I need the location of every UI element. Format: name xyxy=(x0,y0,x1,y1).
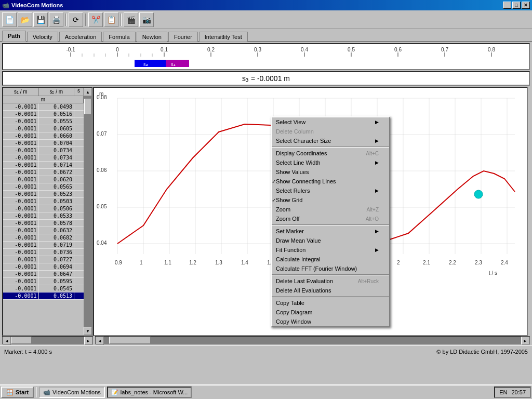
menu-set-marker[interactable]: Set Marker ▶ xyxy=(272,227,389,236)
table-row[interactable]: -0.0001 0.0660 xyxy=(3,132,84,140)
cut-button[interactable]: ✂️ xyxy=(88,12,103,27)
chart-hscrollbar[interactable]: ◄ ► xyxy=(95,336,530,344)
menu-copy-diagram[interactable]: Copy Diagram xyxy=(272,308,389,317)
table-row[interactable]: -0.0001 0.0595 xyxy=(3,278,84,285)
chart-area[interactable]: 0.08 0.07 0.06 0.05 0.04 m xyxy=(93,87,528,336)
table-row[interactable]: -0.0001 0.0498 xyxy=(3,103,84,111)
taskbar-word-label: labs_notes - Microsoft W... xyxy=(121,389,188,395)
close-button[interactable]: ✕ xyxy=(522,2,530,9)
table-row[interactable]: -0.0001 0.0523 xyxy=(3,191,84,198)
cell-s2: 0.0506 xyxy=(39,205,75,212)
paste-button[interactable]: 📋 xyxy=(104,12,118,27)
tab-velocity[interactable]: Velocity xyxy=(27,32,58,42)
menu-select-line-width[interactable]: Select Line Width ▶ xyxy=(272,158,389,167)
print-button[interactable]: 🖨️ xyxy=(49,12,63,27)
menu-zoom-off[interactable]: Zoom Off Alt+O xyxy=(272,214,389,223)
table-vscrollbar[interactable]: ▲ ▼ xyxy=(84,88,92,335)
minimize-button[interactable]: _ xyxy=(503,2,511,9)
table-scroll[interactable]: -0.0001 0.0498 -0.0001 0.0516 -0.0001 0.… xyxy=(3,103,84,335)
menu-delete-last-eval[interactable]: Delete Last Evaluation Alt+Ruck xyxy=(272,276,389,286)
table-row[interactable]: -0.0001 0.0714 xyxy=(3,162,84,169)
tab-intensity[interactable]: Intensitlity Test xyxy=(199,32,248,42)
table-row[interactable]: -0.0001 0.0704 xyxy=(3,140,84,147)
menu-show-connecting-lines[interactable]: Show Connecting Lines xyxy=(272,177,389,186)
chart-scroll-right-button[interactable]: ► xyxy=(521,337,529,345)
toolbar: 📄 📂 💾 🖨️ ⟳ ✂️ 📋 🎬 📷 xyxy=(0,10,532,29)
menu-delete-all-evals[interactable]: Delete All Evaluations xyxy=(272,286,389,295)
menu-draw-mean[interactable]: Draw Mean Value xyxy=(272,236,389,245)
menu-calculate-integral[interactable]: Calculate Integral xyxy=(272,255,389,264)
table-row[interactable]: -0.0001 0.0736 xyxy=(3,249,84,256)
table-row[interactable]: -0.0001 0.0545 xyxy=(3,285,84,292)
menu-delete-column[interactable]: Delete Column xyxy=(272,127,389,136)
menu-copy-window[interactable]: Copy Window xyxy=(272,317,389,326)
taskbar-item-word[interactable]: 📝 labs_notes - Microsoft W... xyxy=(107,387,192,398)
table-row[interactable]: -0.0001 0.0513 xyxy=(3,292,84,300)
table-row[interactable]: -0.0001 0.0727 xyxy=(3,256,84,263)
menu-fit-function[interactable]: Fit Function ▶ xyxy=(272,245,389,255)
h-scroll-track[interactable] xyxy=(11,337,84,344)
scroll-track[interactable] xyxy=(84,96,92,327)
table-row[interactable]: -0.0001 0.0565 xyxy=(3,183,84,191)
new-button[interactable]: 📄 xyxy=(2,12,17,27)
reset-button[interactable]: ⟳ xyxy=(69,12,83,27)
tab-path[interactable]: Path xyxy=(2,31,26,42)
cell-s xyxy=(74,249,84,256)
cell-s2: 0.0734 xyxy=(39,147,75,154)
h-scroll-thumb[interactable] xyxy=(11,337,32,344)
scroll-left-button[interactable]: ◄ xyxy=(3,337,11,345)
taskbar-item-videocom[interactable]: 📹 VideoCom Motions xyxy=(39,387,105,398)
table-row[interactable]: -0.0001 0.0694 xyxy=(3,263,84,271)
video-button[interactable]: 🎬 xyxy=(124,12,138,27)
start-button[interactable]: 🪟 Start xyxy=(1,387,34,398)
table-row[interactable]: -0.0001 0.0555 xyxy=(3,118,84,125)
menu-select-rulers[interactable]: Select Rulers ▶ xyxy=(272,186,389,195)
menu-show-values[interactable]: Show Values xyxy=(272,167,389,177)
scroll-down-button[interactable]: ▼ xyxy=(84,327,92,335)
scroll-right-button[interactable]: ► xyxy=(84,337,92,345)
language-indicator: EN xyxy=(499,389,507,395)
table-row[interactable]: -0.0001 0.0719 xyxy=(3,242,84,249)
table-row[interactable]: -0.0001 0.0647 xyxy=(3,271,84,278)
chart-h-scroll-thumb[interactable] xyxy=(109,337,151,344)
scroll-up-button[interactable]: ▲ xyxy=(84,88,92,96)
table-row[interactable]: -0.0001 0.0503 xyxy=(3,198,84,205)
menu-show-grid[interactable]: Show Grid xyxy=(272,195,389,205)
svg-text:0.4: 0.4 xyxy=(301,47,308,52)
menu-select-char-size[interactable]: Select Character Size ▶ xyxy=(272,136,389,145)
cell-s1: -0.0001 xyxy=(3,256,39,263)
ruler-container: -0.1 0 0.1 0.2 0.3 0.4 0.5 0.6 0.7 0.8 s… xyxy=(2,43,530,70)
chart-h-scroll-track[interactable] xyxy=(104,337,521,344)
table-row[interactable]: -0.0001 0.0506 xyxy=(3,205,84,212)
table-row[interactable]: -0.0001 0.0672 xyxy=(3,169,84,176)
table-row[interactable]: -0.0001 0.0734 xyxy=(3,154,84,162)
table-row[interactable]: -0.0001 0.0620 xyxy=(3,176,84,183)
camera-button[interactable]: 📷 xyxy=(139,12,154,27)
tab-acceleration[interactable]: Acceleration xyxy=(59,32,102,42)
maximize-button[interactable]: □ xyxy=(512,2,521,9)
cell-s2: 0.0660 xyxy=(39,132,75,139)
table-row[interactable]: -0.0001 0.0682 xyxy=(3,234,84,242)
table-hscrollbar[interactable]: ◄ ► xyxy=(2,336,93,344)
tab-newton[interactable]: Newton xyxy=(137,32,167,42)
table-row[interactable]: -0.0001 0.0533 xyxy=(3,212,84,220)
menu-calculate-fft[interactable]: Calculate FFT (Fourier Window) xyxy=(272,264,389,273)
cell-s1: -0.0001 xyxy=(3,242,39,248)
table-row[interactable]: -0.0001 0.0605 xyxy=(3,125,84,132)
menu-copy-diagram-label: Copy Diagram xyxy=(276,309,312,315)
table-row[interactable]: -0.0001 0.0578 xyxy=(3,220,84,227)
tab-formula[interactable]: Formula xyxy=(103,32,135,42)
scroll-thumb[interactable] xyxy=(84,99,91,114)
open-button[interactable]: 📂 xyxy=(18,12,32,27)
menu-zoom[interactable]: Zoom Alt+Z xyxy=(272,205,389,214)
menu-display-coords-label: Display Coordinates xyxy=(276,150,327,156)
table-row[interactable]: -0.0001 0.0632 xyxy=(3,227,84,234)
table-row[interactable]: -0.0001 0.0516 xyxy=(3,111,84,118)
chart-scroll-left-button[interactable]: ◄ xyxy=(96,337,104,345)
menu-copy-table[interactable]: Copy Table xyxy=(272,298,389,308)
save-button[interactable]: 💾 xyxy=(33,12,48,27)
tab-fourier[interactable]: Fourier xyxy=(168,32,198,42)
menu-display-coords[interactable]: Display Coordinates Alt+C xyxy=(272,149,389,158)
table-row[interactable]: -0.0001 0.0734 xyxy=(3,147,84,154)
menu-select-view[interactable]: Select View ▶ xyxy=(272,117,389,127)
